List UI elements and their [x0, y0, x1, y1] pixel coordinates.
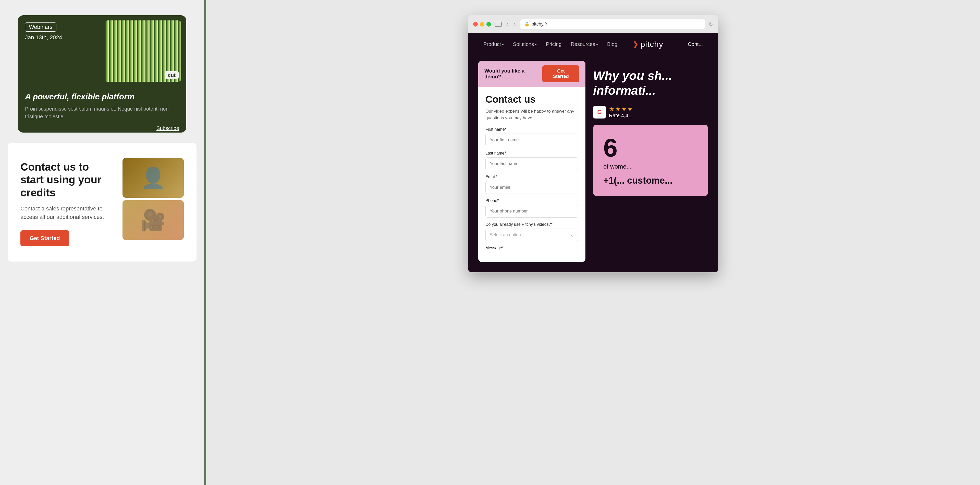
logo-text: pitchy	[640, 40, 663, 49]
webinar-title: A powerful, flexible platform	[25, 92, 179, 101]
pitchy-select[interactable]: Select an option Yes No	[485, 228, 578, 241]
nav-product-label: Product	[484, 41, 501, 47]
dot-green[interactable]	[487, 22, 491, 27]
browser-chrome: ‹ › 🔒 pitchy.fr ↻	[468, 15, 718, 33]
nav-resources[interactable]: Resources ▾	[571, 41, 598, 47]
nav-blog-label: Blog	[607, 41, 617, 47]
form-group-firstname: First name*	[485, 127, 578, 146]
rating-text: Rate 4,4...	[609, 113, 633, 118]
tab-icon[interactable]	[495, 22, 502, 27]
stat-text: of wome...	[603, 163, 698, 170]
site-nav: Product ▾ Solutions ▾ Pricing Resources …	[468, 33, 718, 56]
site-main: Would you like a demo? Get Started Conta…	[468, 56, 718, 272]
left-panel: cut Webinars Jan 13th, 2024 A powerful, …	[0, 0, 204, 485]
contact-description: Contact a sales representative to access…	[21, 204, 112, 221]
contact-text: Contact us to start using your credits C…	[21, 158, 112, 246]
form-group-pitchy: Do you already use Pitchy's videos?* Sel…	[485, 222, 578, 241]
browser-window: ‹ › 🔒 pitchy.fr ↻ Product ▾ Solutions ▾	[468, 15, 718, 272]
vertical-divider	[204, 0, 206, 485]
demo-banner: Would you like a demo? Get Started	[478, 61, 585, 87]
person-icon-bottom: 🎥	[140, 208, 166, 232]
nav-pricing-label: Pricing	[546, 41, 562, 47]
pitchy-select-wrapper: Select an option Yes No ⌄	[485, 228, 578, 241]
contact-image-top: 👤	[123, 158, 184, 198]
dot-red[interactable]	[473, 22, 478, 27]
resources-arrow-icon: ▾	[596, 42, 598, 46]
lastname-input[interactable]	[485, 157, 578, 170]
rating-details: ★★★★ Rate 4,4...	[609, 105, 633, 118]
url-bar[interactable]: 🔒 pitchy.fr	[520, 19, 705, 29]
nav-solutions-label: Solutions	[513, 41, 534, 47]
nav-product[interactable]: Product ▾	[484, 41, 504, 47]
pitchy-label: Do you already use Pitchy's videos?*	[485, 222, 578, 227]
contact-title: Contact us to start using your credits	[21, 161, 112, 199]
contact-card: Contact us to start using your credits C…	[8, 143, 197, 262]
webinar-description: Proin suspendisse vestibulum mauris et. …	[25, 105, 179, 120]
nav-resources-label: Resources	[571, 41, 595, 47]
contact-form-panel: Would you like a demo? Get Started Conta…	[478, 61, 585, 262]
contact-images: 👤 🎥	[123, 158, 184, 240]
webinar-image: cut	[105, 21, 181, 82]
refresh-icon[interactable]: ↻	[709, 21, 713, 27]
message-label: Message*	[485, 246, 578, 250]
get-started-button[interactable]: Get Started	[21, 230, 69, 246]
dot-yellow[interactable]	[480, 22, 484, 27]
webinar-card: cut Webinars Jan 13th, 2024 A powerful, …	[18, 15, 186, 132]
website-content: Product ▾ Solutions ▾ Pricing Resources …	[468, 33, 718, 272]
browser-dots	[473, 22, 491, 27]
email-label: Email*	[485, 175, 578, 179]
nav-logo: ❯ pitchy	[633, 40, 663, 49]
lock-icon: 🔒	[525, 22, 530, 27]
contact-image-bottom: 🎥	[123, 200, 184, 240]
site-right: Why you sh...informati... G ★★★★ Rate 4,…	[593, 61, 708, 262]
stats-box: 6 of wome... +1(... custome...	[593, 124, 708, 196]
form-body: Contact us Our video experts will be hap…	[478, 87, 585, 262]
subscribe-link[interactable]: Subscribe	[156, 125, 179, 131]
why-title: Why you sh...informati...	[593, 69, 708, 98]
form-group-phone: Phone*	[485, 198, 578, 218]
webinar-tag: Webinars	[25, 22, 56, 32]
forward-button[interactable]: ›	[513, 21, 517, 27]
back-button[interactable]: ‹	[505, 21, 509, 27]
star-rating: ★★★★	[609, 105, 633, 113]
phone-input[interactable]	[485, 205, 578, 218]
g2-badge: G	[593, 106, 606, 118]
logo-chevron-icon: ❯	[633, 40, 638, 48]
firstname-label: First name*	[485, 127, 578, 132]
webinar-body: A powerful, flexible platform Proin susp…	[18, 87, 186, 132]
url-text: pitchy.fr	[531, 21, 547, 27]
form-subtitle: Our video experts will be happy to answe…	[485, 108, 578, 121]
big-number: 6	[603, 135, 698, 160]
form-group-lastname: Last name*	[485, 151, 578, 170]
firstname-input[interactable]	[485, 134, 578, 146]
form-group-message: Message*	[485, 246, 578, 250]
demo-text: Would you like a demo?	[484, 68, 542, 80]
phone-label: Phone*	[485, 198, 578, 203]
cut-label: cut	[165, 71, 179, 79]
nav-cta[interactable]: Cont...	[688, 41, 703, 47]
lastname-label: Last name*	[485, 151, 578, 156]
rating-badge: G ★★★★ Rate 4,4...	[593, 105, 708, 118]
form-title: Contact us	[485, 94, 578, 105]
right-panel: ‹ › 🔒 pitchy.fr ↻ Product ▾ Solutions ▾	[206, 0, 980, 485]
nav-blog[interactable]: Blog	[607, 41, 617, 47]
nav-pricing[interactable]: Pricing	[546, 41, 562, 47]
form-group-email: Email*	[485, 175, 578, 194]
demo-cta-button[interactable]: Get Started	[542, 65, 579, 82]
nav-solutions[interactable]: Solutions ▾	[513, 41, 537, 47]
customer-count: +1(... custome...	[603, 175, 698, 186]
person-icon-top: 👤	[140, 166, 166, 190]
product-arrow-icon: ▾	[502, 42, 504, 46]
solutions-arrow-icon: ▾	[535, 42, 537, 46]
email-input[interactable]	[485, 181, 578, 194]
